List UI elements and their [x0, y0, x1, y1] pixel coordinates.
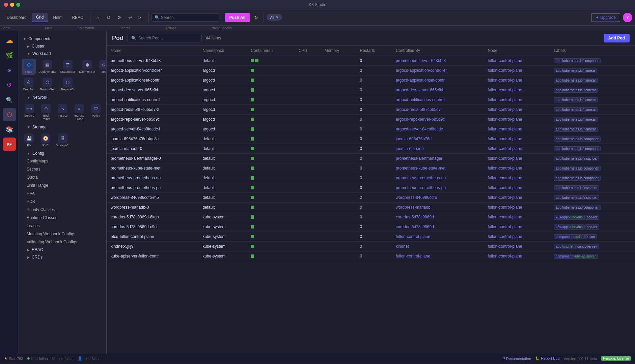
nav-icon-endpoints[interactable]: ⊕ End Points — [38, 102, 53, 122]
table-row[interactable]: argocd-repo-server-bb5d9cargocd0argocd-r… — [107, 115, 635, 124]
cell-node[interactable]: fullon-control-plane — [484, 154, 550, 163]
nav-icon-deployments[interactable]: ▦ Deployments — [37, 59, 58, 75]
table-row[interactable]: coredns-5d78c9869d-6kghkube-system0cored… — [107, 212, 635, 222]
cell-controlled-by[interactable]: fullon-control-plane — [392, 251, 484, 261]
cell-node[interactable]: fullon-control-plane — [484, 95, 550, 105]
cell-controlled-by[interactable]: prometheus-server-648bbf8 — [392, 56, 484, 66]
action-refresh-icon[interactable]: ↻ — [251, 13, 261, 22]
cell-node[interactable]: fullon-control-plane — [484, 222, 550, 232]
cell-controlled-by[interactable]: joomla-696476b76d — [392, 134, 484, 144]
table-row[interactable]: prometheus-prometheus-nodefault0promethe… — [107, 173, 635, 183]
nav-mutating[interactable]: Mutating Webhook Configs — [19, 230, 106, 238]
nav-pdb[interactable]: PDB — [19, 198, 106, 206]
namespace-close-icon[interactable]: ✕ — [276, 15, 279, 20]
cell-controlled-by[interactable]: argocd-redis-5f87c6b5d7 — [392, 105, 484, 115]
table-row[interactable]: kindnet-5jkj9kube-system0kindnetfullon-c… — [107, 242, 635, 251]
sidebar-item-book[interactable]: 📚 — [3, 123, 16, 136]
table-row[interactable]: joomla-696476b76d-4qc8cdefault0joomla-69… — [107, 134, 635, 144]
cell-controlled-by[interactable]: argocd-repo-server-bb5d9c — [392, 115, 484, 124]
table-row[interactable]: prometheus-server-648bbf8default0prometh… — [107, 56, 635, 66]
cell-controlled-by[interactable]: prometheus-kube-state-met — [392, 163, 484, 173]
nav-runtimeclasses[interactable]: Runtime Classes — [19, 214, 106, 222]
sidebar-item-aws[interactable]: ☁ — [3, 34, 16, 47]
nav-hpa[interactable]: HPA — [19, 189, 106, 198]
bottom-cluster2[interactable]: ⬡ kind-fullon — [52, 356, 74, 361]
nav-icon-replicact[interactable]: ⬡ ReplicaCt — [59, 76, 77, 92]
add-pod-button[interactable]: Add Pod — [604, 34, 630, 42]
sidebar-item-tree[interactable]: 🌿 — [3, 49, 16, 62]
tab-rbac[interactable]: RBAC — [68, 13, 87, 22]
cell-controlled-by[interactable]: coredns-5d78c9869d — [392, 222, 484, 232]
table-row[interactable]: wordpress-mariadb-0default0wordpress-mar… — [107, 203, 635, 212]
nav-icon-statefulset[interactable]: ☰ StatefulSet — [59, 59, 77, 75]
sidebar-item-terminal[interactable]: ⬡ — [3, 108, 16, 121]
nav-limitrange[interactable]: Limit Range — [19, 181, 106, 189]
search-pod[interactable]: 🔍 — [128, 34, 202, 42]
search-pod-input[interactable] — [138, 36, 198, 40]
search-bar[interactable]: 🔍 — [151, 13, 219, 22]
cell-node[interactable]: fullon-control-plane — [484, 203, 550, 212]
nav-icon-replicaset[interactable]: ⬡ ReplicaSet — [37, 76, 58, 92]
nav-icon-cronjob[interactable]: ⏱ CronJob — [22, 76, 36, 92]
upgrade-button[interactable]: ✦ Upgrade — [591, 13, 620, 22]
table-row[interactable]: etcd-fullon-control-planekube-system0ful… — [107, 232, 635, 242]
search-input[interactable] — [161, 15, 216, 20]
cell-controlled-by[interactable]: argocd-server-84cb8fdcdc — [392, 124, 484, 134]
tab-dashboard[interactable]: Dashboard — [3, 13, 31, 22]
table-row[interactable]: argocd-server-84cb8fdcdc-largocd0argocd-… — [107, 124, 635, 134]
nav-leases[interactable]: Leases — [19, 222, 106, 230]
cell-controlled-by[interactable]: coredns-5d78c9869d — [392, 212, 484, 222]
cell-controlled-by[interactable]: wordpress-mariadb — [392, 203, 484, 212]
cell-node[interactable]: fullon-control-plane — [484, 134, 550, 144]
sidebar-item-cluster[interactable]: ⎈ — [3, 63, 16, 77]
refresh-icon[interactable]: ↺ — [104, 13, 113, 22]
cell-node[interactable]: fullon-control-plane — [484, 56, 550, 66]
window-controls[interactable] — [4, 3, 20, 7]
nav-icon-service[interactable]: ⟿ Service — [22, 102, 37, 122]
nav-icon-storagect[interactable]: 🗄 StorageCt — [54, 132, 71, 148]
tab-grid[interactable]: Grid — [32, 13, 48, 22]
table-row[interactable]: kube-apiserver-fullon-contrkube-system0f… — [107, 251, 635, 261]
cell-controlled-by[interactable]: joomla-mariadb — [392, 144, 484, 154]
nav-config-header[interactable]: ▼ Config — [19, 150, 106, 157]
cell-controlled-by[interactable]: argocd-dex-server-665cfbb — [392, 85, 484, 95]
table-row[interactable]: argocd-dex-server-665cfbbargocd0argocd-d… — [107, 85, 635, 95]
bottom-cluster1[interactable]: kind-fullon — [27, 357, 48, 361]
report-bug-link[interactable]: 🐛 Report Bug — [535, 356, 560, 361]
cell-controlled-by[interactable]: argocd-application-controller — [392, 66, 484, 75]
undo-icon[interactable]: ↩ — [126, 13, 135, 22]
settings-icon[interactable]: ⚙ — [115, 13, 124, 22]
avatar[interactable]: Y — [623, 13, 632, 22]
nav-icon-daemonset[interactable]: ⬢ DaemonSet — [78, 59, 97, 75]
table-row[interactable]: argocd-application-controllerargocd0argo… — [107, 66, 635, 75]
cell-node[interactable]: fullon-control-plane — [484, 66, 550, 75]
sidebar-item-search[interactable]: 🔍 — [3, 93, 16, 107]
cell-node[interactable]: fullon-control-plane — [484, 105, 550, 115]
nav-icon-pvc[interactable]: 📀 PVC — [38, 132, 53, 148]
nav-secrets[interactable]: Secrets — [19, 165, 106, 173]
nav-crds-header[interactable]: ▶ CRDs — [19, 253, 106, 261]
cell-node[interactable]: fullon-control-plane — [484, 124, 550, 134]
home-icon[interactable]: ⌂ — [93, 13, 103, 22]
close-button[interactable] — [4, 3, 8, 7]
sidebar-item-sync[interactable]: ↺ — [3, 78, 16, 92]
nav-priorityclasses[interactable]: Priority Classes — [19, 206, 106, 214]
cell-controlled-by[interactable]: argocd-applicationset-contr — [392, 75, 484, 85]
cell-node[interactable]: fullon-control-plane — [484, 144, 550, 154]
cell-controlled-by[interactable]: kindnet — [392, 242, 484, 251]
cell-node[interactable]: fullon-control-plane — [484, 242, 550, 251]
cell-node[interactable]: fullon-control-plane — [484, 115, 550, 124]
col-containers[interactable]: Containers ↑ — [247, 46, 295, 56]
nav-icon-ingress[interactable]: ↘ Ingress — [55, 102, 70, 122]
cell-controlled-by[interactable]: prometheus-alertmanager — [392, 154, 484, 163]
table-row[interactable]: argocd-notifications-controllargocd0argo… — [107, 95, 635, 105]
minimize-button[interactable] — [10, 3, 14, 7]
nav-icon-ingress-class[interactable]: ≡ Ingress Class — [72, 102, 87, 122]
bottom-star[interactable]: ★ Star 793 — [4, 356, 23, 361]
table-row[interactable]: joomla-mariadb-0default0joomla-mariadbfu… — [107, 144, 635, 154]
cell-node[interactable]: fullon-control-plane — [484, 212, 550, 222]
cell-node[interactable]: fullon-control-plane — [484, 232, 550, 242]
nav-workload-header[interactable]: ▼ WorkLoad — [19, 50, 106, 57]
nav-validating[interactable]: Validating Webhook Configs — [19, 238, 106, 246]
sidebar-item-kf[interactable]: KF — [3, 138, 16, 151]
